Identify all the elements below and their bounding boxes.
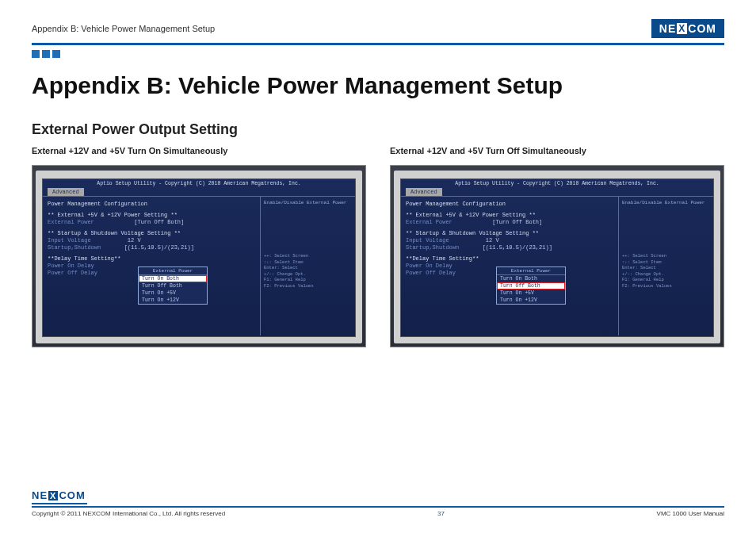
help-key-line: ++: Select Screen [622, 253, 710, 259]
group-ext-power: ** External +5V & +12V Power Setting ** [406, 212, 613, 218]
ext-power-value[interactable]: [Turn Off Both] [492, 219, 542, 225]
help-key-line: +/-: Change Opt. [622, 271, 710, 277]
bios-tab-advanced[interactable]: Advanced [406, 188, 442, 196]
help-key-line: Enter: Select [622, 265, 710, 270]
group-ext-power: ** External +5V & +12V Power Setting ** [48, 212, 255, 218]
manual-name: VMC 1000 User Manual [657, 510, 724, 517]
help-key-line: F1: General Help [622, 277, 710, 282]
column-subhead: External +12V and +5V Turn On Simultaneo… [32, 146, 366, 155]
input-voltage-label: Input Voltage [406, 237, 449, 243]
decorative-squares-icon [32, 50, 724, 58]
help-keys: ++: Select Screen↑↓: Select ItemEnter: S… [264, 253, 352, 289]
popup-option[interactable]: Turn On +12V [497, 297, 565, 304]
bios-title-bar: Aptio Setup Utility - Copyright (C) 2010… [43, 179, 355, 188]
group-delay: **Delay Time Setting** [48, 255, 255, 262]
monitor-bezel: Aptio Setup Utility - Copyright (C) 2010… [36, 171, 362, 343]
popup-option[interactable]: Turn On Both [497, 275, 565, 282]
section-title: External Power Output Setting [32, 121, 724, 138]
bios-screen: Aptio Setup Utility - Copyright (C) 2010… [400, 178, 714, 337]
popup-option[interactable]: Turn Off Both [139, 282, 207, 290]
footer-logo-x-icon: X [48, 491, 58, 500]
help-key-line: +/-: Change Opt. [264, 271, 352, 277]
help-key-line: ↑↓: Select Item [264, 259, 352, 265]
external-power-popup[interactable]: External Power Turn On BothTurn Off Both… [138, 266, 208, 305]
header-rule [32, 43, 724, 45]
popup-option[interactable]: Turn On +5V [497, 290, 565, 297]
nexcom-logo: NE COMNEXCOM [651, 19, 724, 38]
ext-power-label: External Power [48, 219, 94, 225]
screenshot-column: External +12V and +5V Turn Off Simultane… [390, 146, 724, 347]
group-startup: ** Startup & Shutdown Voltage Setting ** [406, 230, 613, 236]
help-key-line: F2: Previous Values [264, 283, 352, 289]
help-key-line: Enter: Select [264, 265, 352, 270]
ext-power-value[interactable]: [Turn Off Both] [134, 219, 184, 225]
footer-logo-underline [32, 503, 87, 504]
input-voltage-label: Input Voltage [48, 237, 91, 243]
startup-shutdown-value: [(11.5,10.5)/(23,21)] [483, 244, 552, 251]
group-delay: **Delay Time Setting** [406, 255, 613, 262]
input-voltage-value: 12 V [128, 237, 141, 243]
right-help-text: Enable/Disable External Power [622, 200, 710, 205]
config-title: Power Management Configuration [406, 201, 613, 207]
bios-left-pane: Power Management Configuration ** Extern… [401, 197, 618, 336]
bios-title-bar: Aptio Setup Utility - Copyright (C) 2010… [401, 179, 713, 188]
bios-right-pane: Enable/Disable External Power ++: Select… [260, 197, 355, 336]
screenshot-column: External +12V and +5V Turn On Simultaneo… [32, 146, 366, 347]
bios-left-pane: Power Management Configuration ** Extern… [43, 197, 260, 336]
help-key-line: ↑↓: Select Item [622, 259, 710, 265]
screenshot-columns: External +12V and +5V Turn On Simultaneo… [32, 146, 724, 347]
bios-right-pane: Enable/Disable External Power ++: Select… [618, 197, 713, 336]
logo-x-icon: X [677, 23, 687, 34]
popup-option[interactable]: Turn On +5V [139, 290, 207, 297]
bios-screen: Aptio Setup Utility - Copyright (C) 2010… [42, 178, 356, 337]
group-startup: ** Startup & Shutdown Voltage Setting ** [48, 230, 255, 236]
help-key-line: F2: Previous Values [622, 283, 710, 289]
breadcrumb: Appendix B: Vehicle Power Management Set… [32, 24, 215, 33]
startup-shutdown-label: Startup,Shutdown [48, 244, 101, 251]
bios-screenshot: Aptio Setup Utility - Copyright (C) 2010… [390, 165, 724, 347]
bios-screenshot: Aptio Setup Utility - Copyright (C) 2010… [32, 165, 366, 347]
help-key-line: ++: Select Screen [264, 253, 352, 259]
ext-power-label: External Power [406, 219, 452, 225]
bios-tab-advanced[interactable]: Advanced [48, 188, 84, 196]
footer-logo: NEXCOM [32, 489, 724, 501]
input-voltage-value: 12 V [486, 237, 499, 243]
startup-shutdown-value: [(11.5,10.5)/(23,21)] [124, 244, 194, 251]
help-key-line: F1: General Help [264, 277, 352, 282]
startup-shutdown-label: Startup,Shutdown [406, 244, 459, 251]
page-footer: NEXCOM Copyright © 2011 NEXCOM Internati… [32, 489, 724, 517]
page-title: Appendix B: Vehicle Power Management Set… [32, 72, 724, 99]
copyright-text: Copyright © 2011 NEXCOM International Co… [32, 510, 225, 517]
right-help-text: Enable/Disable External Power [264, 200, 352, 205]
monitor-bezel: Aptio Setup Utility - Copyright (C) 2010… [394, 171, 720, 343]
page-number: 37 [437, 510, 445, 517]
popup-option[interactable]: Turn On +12V [139, 297, 207, 304]
popup-option[interactable]: Turn On Both [139, 275, 207, 282]
help-keys: ++: Select Screen↑↓: Select ItemEnter: S… [622, 253, 710, 289]
config-title: Power Management Configuration [48, 201, 255, 207]
external-power-popup[interactable]: External Power Turn On BothTurn Off Both… [496, 266, 566, 305]
footer-rule [32, 506, 724, 508]
popup-title: External Power [497, 267, 565, 275]
popup-option[interactable]: Turn Off Both [497, 282, 565, 290]
popup-title: External Power [139, 267, 207, 275]
column-subhead: External +12V and +5V Turn Off Simultane… [390, 146, 724, 155]
